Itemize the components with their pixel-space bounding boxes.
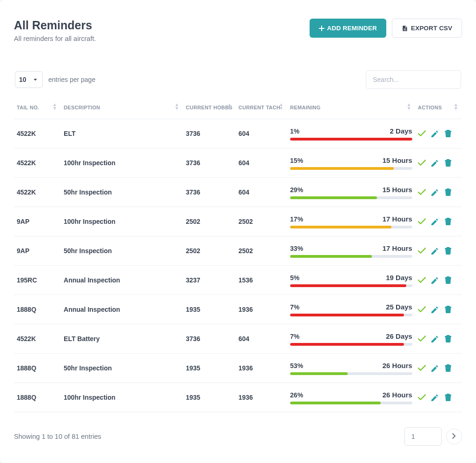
- remaining-percent: 1%: [290, 127, 299, 135]
- cell-actions: [415, 207, 462, 236]
- progress-track: [290, 402, 412, 404]
- title-block: All Reminders All reminders for all airc…: [14, 19, 96, 42]
- cell-remaining: 29% 15 Hours: [287, 178, 415, 207]
- sort-icon: [454, 103, 458, 110]
- sort-icon: [407, 103, 411, 110]
- check-icon[interactable]: [418, 276, 426, 284]
- trash-icon[interactable]: [444, 217, 452, 226]
- check-icon[interactable]: [418, 217, 426, 226]
- col-remaining[interactable]: REMAINING: [287, 103, 415, 119]
- progress-fill: [290, 402, 381, 404]
- progress-track: [290, 372, 412, 375]
- table-row: 1888Q 50hr Inspection 1935 1936 53% 26 H…: [14, 354, 462, 383]
- edit-icon[interactable]: [431, 247, 439, 255]
- header-row: All Reminders All reminders for all airc…: [14, 19, 462, 42]
- check-icon[interactable]: [418, 393, 426, 402]
- progress-track: [290, 343, 412, 346]
- progress-fill: [290, 255, 372, 258]
- remaining-percent: 7%: [290, 303, 299, 311]
- cell-tail: 4522K: [14, 324, 61, 354]
- check-icon[interactable]: [418, 247, 426, 255]
- cell-actions: [415, 295, 462, 324]
- cell-tach: 1536: [236, 266, 287, 295]
- cell-tach: 1936: [236, 383, 287, 412]
- table-row: 1888Q 100hr Inspection 1935 1936 26% 26 …: [14, 383, 462, 412]
- cell-tail: 4522K: [14, 119, 61, 148]
- progress-fill: [290, 196, 377, 199]
- chevron-right-icon: [452, 433, 456, 440]
- col-hobbs[interactable]: CURRENT HOBBS: [183, 103, 236, 119]
- remaining-percent: 7%: [290, 333, 299, 340]
- edit-icon[interactable]: [431, 217, 439, 226]
- edit-icon[interactable]: [431, 159, 439, 167]
- cell-hobbs: 1935: [183, 295, 236, 324]
- check-icon[interactable]: [418, 305, 426, 314]
- footer-row: Showing 1 to 10 of 81 entries: [14, 427, 462, 446]
- progress-fill: [290, 284, 406, 287]
- remaining-time: 17 Hours: [383, 244, 412, 252]
- add-reminder-button[interactable]: ADD REMINDER: [310, 19, 386, 38]
- col-tail[interactable]: TAIL NO.: [14, 103, 61, 119]
- cell-actions: [415, 383, 462, 412]
- check-icon[interactable]: [418, 364, 426, 372]
- cell-hobbs: 3736: [183, 148, 236, 178]
- trash-icon[interactable]: [444, 129, 452, 138]
- progress-track: [290, 167, 412, 170]
- remaining-time: 2 Days: [390, 127, 412, 135]
- col-actions[interactable]: ACTIONS: [415, 103, 462, 119]
- page-title: All Reminders: [14, 19, 96, 32]
- cell-actions: [415, 119, 462, 148]
- cell-actions: [415, 266, 462, 295]
- table-row: 195RC Annual Inspection 3237 1536 5% 19 …: [14, 266, 462, 295]
- remaining-time: 17 Hours: [383, 215, 412, 223]
- trash-icon[interactable]: [444, 188, 452, 196]
- search-input[interactable]: [366, 70, 461, 89]
- trash-icon[interactable]: [444, 364, 452, 372]
- plus-icon: [319, 26, 324, 31]
- sort-icon: [279, 103, 284, 110]
- check-icon[interactable]: [418, 159, 426, 167]
- export-csv-button[interactable]: EXPORT CSV: [392, 19, 462, 38]
- cell-tach: 1936: [236, 295, 287, 324]
- trash-icon[interactable]: [444, 247, 452, 255]
- remaining-time: 15 Hours: [383, 186, 412, 194]
- trash-icon[interactable]: [444, 393, 452, 402]
- progress-fill: [290, 138, 412, 141]
- cell-tail: 1888Q: [14, 354, 61, 383]
- col-tach[interactable]: CURRENT TACH: [236, 103, 287, 119]
- progress-track: [290, 138, 412, 141]
- toolbar-row: 10 entries per page: [14, 70, 462, 89]
- trash-icon[interactable]: [444, 276, 452, 284]
- cell-description: ELT Battery: [61, 324, 183, 354]
- remaining-time: 15 Hours: [383, 156, 412, 164]
- sort-icon: [53, 103, 57, 110]
- edit-icon[interactable]: [431, 393, 439, 402]
- page-subtitle: All reminders for all aircraft.: [14, 35, 96, 42]
- edit-icon[interactable]: [431, 305, 439, 314]
- edit-icon[interactable]: [431, 364, 439, 372]
- trash-icon[interactable]: [444, 305, 452, 314]
- cell-remaining: 33% 17 Hours: [287, 236, 415, 266]
- trash-icon[interactable]: [444, 335, 452, 343]
- sort-icon: [227, 103, 232, 110]
- progress-track: [290, 196, 412, 199]
- check-icon[interactable]: [418, 129, 426, 138]
- next-page-button[interactable]: [446, 429, 462, 444]
- col-description[interactable]: DESCRIPTION: [61, 103, 183, 119]
- edit-icon[interactable]: [431, 129, 439, 138]
- cell-tail: 4522K: [14, 148, 61, 178]
- cell-tail: 9AP: [14, 236, 61, 266]
- remaining-time: 19 Days: [386, 274, 412, 282]
- check-icon[interactable]: [418, 188, 426, 196]
- page-size-select[interactable]: 10: [15, 71, 43, 88]
- edit-icon[interactable]: [431, 188, 439, 196]
- page-number-input[interactable]: [404, 427, 442, 446]
- edit-icon[interactable]: [431, 335, 439, 343]
- progress-fill: [290, 343, 403, 346]
- remaining-time: 26 Hours: [383, 362, 412, 369]
- check-icon[interactable]: [418, 335, 426, 343]
- trash-icon[interactable]: [444, 159, 452, 167]
- edit-icon[interactable]: [431, 276, 439, 284]
- pagination: [404, 427, 462, 446]
- cell-tail: 195RC: [14, 266, 61, 295]
